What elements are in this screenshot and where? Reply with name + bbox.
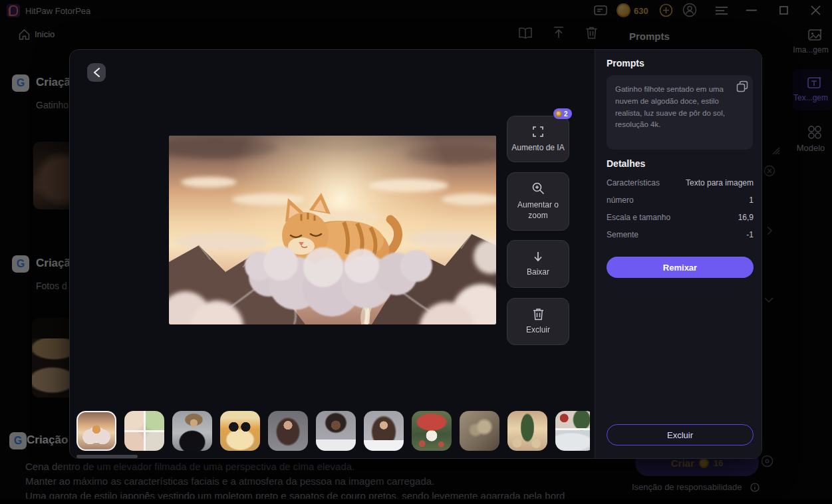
thumbnail-woman-smiling[interactable]: [316, 411, 356, 451]
copy-prompt-button[interactable]: [736, 80, 749, 93]
thumbnail-kitten-cloud[interactable]: [76, 411, 116, 451]
thumbnail-christmas-collage[interactable]: [555, 411, 590, 451]
thumbnail-scrollbar[interactable]: [76, 455, 138, 458]
thumbnail-kitten-collage[interactable]: [124, 411, 164, 451]
expand-icon: [531, 125, 545, 138]
zoom-in-button[interactable]: Aumentar o zoom: [507, 172, 569, 231]
thumbnail-christmas-family[interactable]: [507, 411, 547, 451]
prompts-heading: Prompts: [607, 58, 644, 68]
remix-button[interactable]: Remixar: [607, 257, 754, 278]
ai-upscale-button[interactable]: Aumento de IA: [507, 116, 569, 162]
image-detail-modal: 2 Aumento de IA Aumentar o zoom Baixar E…: [69, 49, 762, 459]
app-window: HitPaw FotorPea 630 Inicio: [0, 0, 832, 504]
download-icon: [532, 251, 544, 263]
thumbnail-dog-mushroom[interactable]: [412, 411, 452, 451]
thumbnail-vintage-couple[interactable]: [460, 411, 499, 451]
download-button[interactable]: Baixar: [507, 240, 569, 288]
back-button[interactable]: [87, 63, 106, 82]
delete-button[interactable]: Excluir: [607, 424, 754, 445]
detail-row-aspect: Escala e tamanho 16,9: [607, 213, 754, 222]
thumbnail-cat-sunglasses[interactable]: [220, 411, 260, 451]
detail-panel: Prompts Gatinho filhote sentado em uma n…: [595, 50, 762, 459]
magnifier-plus-icon: [531, 182, 545, 195]
thumbnail-strip: [76, 410, 590, 452]
thumbnail-woman-sunglasses-2[interactable]: [364, 411, 404, 451]
thumbnail-woman-sunglasses-1[interactable]: [268, 411, 308, 451]
thumbnail-elevator-selfie[interactable]: [172, 411, 212, 451]
cost-badge: 2: [553, 108, 572, 119]
prompt-text[interactable]: Gatinho filhote sentado em uma nuvem de …: [607, 75, 753, 150]
cost-badge-count: 2: [564, 110, 568, 118]
details-heading: Detalhes: [607, 158, 645, 169]
generated-image-preview[interactable]: [169, 136, 496, 324]
coin-icon: [555, 110, 562, 117]
detail-row-seed: Semente -1: [607, 230, 754, 239]
detail-row-number: número 1: [607, 195, 754, 205]
delete-image-button[interactable]: Excluir: [507, 298, 569, 345]
detail-row-feature: Características Texto para imagem: [607, 178, 754, 188]
trash-icon: [533, 308, 544, 320]
